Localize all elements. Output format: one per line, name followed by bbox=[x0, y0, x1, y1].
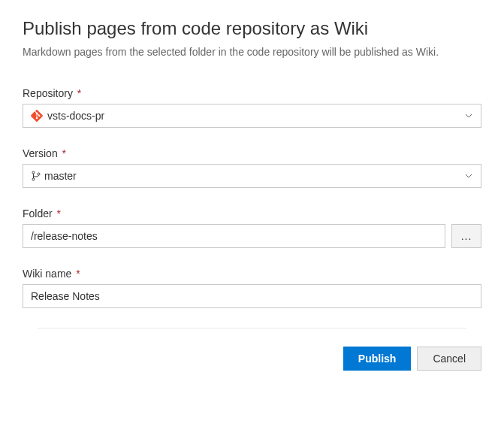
repository-label: Repository * bbox=[23, 87, 481, 99]
page-subtitle: Markdown pages from the selected folder … bbox=[23, 45, 481, 60]
folder-label: Folder * bbox=[23, 207, 481, 220]
chevron-down-icon bbox=[464, 171, 473, 180]
version-dropdown[interactable]: master bbox=[23, 164, 481, 188]
branch-icon bbox=[31, 171, 41, 181]
svg-point-0 bbox=[32, 171, 35, 174]
version-label-text: Version bbox=[23, 147, 58, 159]
required-mark: * bbox=[62, 147, 66, 159]
button-row: Publish Cancel bbox=[23, 347, 481, 371]
page-title: Publish pages from code repository as Wi… bbox=[23, 18, 481, 39]
folder-label-text: Folder bbox=[23, 207, 53, 220]
wiki-name-field: Wiki name * bbox=[23, 268, 481, 308]
svg-point-1 bbox=[32, 178, 35, 180]
repository-dropdown-content: vsts-docs-pr bbox=[31, 110, 464, 122]
version-dropdown-content: master bbox=[31, 170, 464, 182]
repository-value: vsts-docs-pr bbox=[47, 110, 104, 122]
chevron-down-icon bbox=[464, 111, 473, 120]
divider bbox=[38, 328, 466, 329]
repository-dropdown[interactable]: vsts-docs-pr bbox=[23, 104, 481, 128]
wiki-name-label: Wiki name * bbox=[23, 268, 481, 280]
folder-browse-button[interactable]: ... bbox=[451, 224, 481, 248]
wiki-name-label-text: Wiki name bbox=[23, 268, 71, 280]
svg-point-2 bbox=[38, 173, 40, 175]
publish-button[interactable]: Publish bbox=[343, 347, 412, 371]
repository-label-text: Repository bbox=[23, 87, 73, 99]
version-value: master bbox=[44, 170, 77, 182]
required-mark: * bbox=[57, 207, 61, 220]
repository-field: Repository * vsts-docs-pr bbox=[23, 87, 481, 128]
wiki-name-input[interactable] bbox=[23, 284, 481, 308]
required-mark: * bbox=[77, 87, 81, 99]
folder-field: Folder * ... bbox=[23, 207, 481, 248]
required-mark: * bbox=[76, 268, 80, 280]
version-field: Version * master bbox=[23, 147, 481, 188]
version-label: Version * bbox=[23, 147, 481, 159]
git-repo-icon bbox=[31, 110, 43, 122]
cancel-button[interactable]: Cancel bbox=[417, 347, 481, 371]
folder-input[interactable] bbox=[23, 224, 445, 248]
